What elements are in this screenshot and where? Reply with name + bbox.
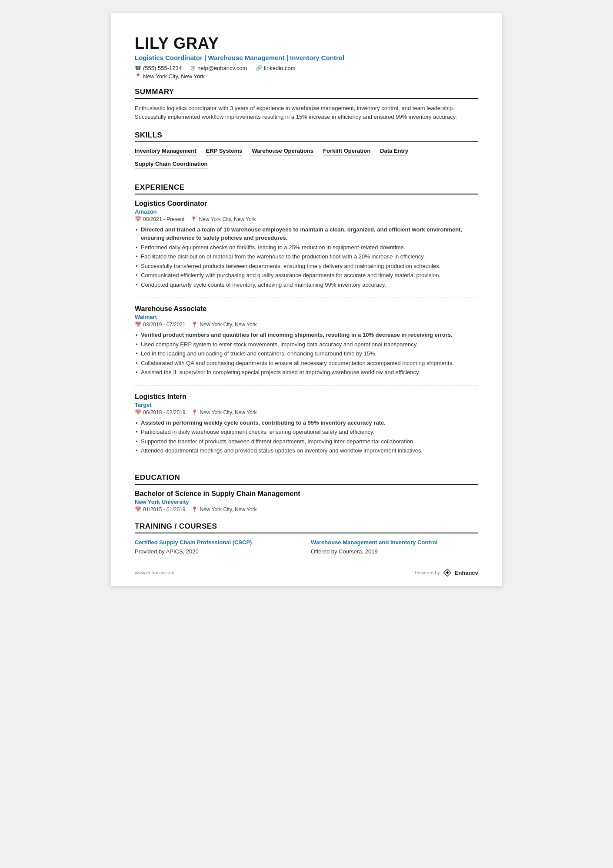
- skills-section: SKILLS Inventory ManagementERP SystemsWa…: [135, 131, 478, 174]
- contact-row: ☎ (555) 555-1234 @ help@enhancv.com 🔗 li…: [135, 65, 478, 71]
- list-item: Communicated efficiently with purchasing…: [135, 271, 478, 280]
- list-item: Supported the transfer of products betwe…: [135, 437, 478, 446]
- candidate-headline: Logistics Coordinator | Warehouse Manage…: [135, 54, 478, 61]
- job-location-item: 📍 New York City, New York: [190, 216, 256, 222]
- training-section: TRAINING / COURSES Certified Supply Chai…: [135, 522, 478, 555]
- linkedin-contact: 🔗 linkedin.com: [256, 65, 295, 71]
- company-name: Target: [135, 402, 478, 408]
- email-icon: @: [190, 65, 196, 71]
- bullet-list: Assisted in performing weekly cycle coun…: [135, 419, 478, 455]
- candidate-name: LILY GRAY: [135, 35, 478, 52]
- training-name: Certified Supply Chain Professional (CSC…: [135, 539, 302, 546]
- experience-item: Logistics InternTarget 📅 06/2018 - 02/20…: [135, 393, 478, 464]
- job-meta: 📅 06/2018 - 02/2019 📍 New York City, New…: [135, 409, 478, 416]
- training-provider: Provided by APICS, 2020: [135, 548, 302, 555]
- powered-by-text: Powered by: [415, 570, 440, 575]
- list-item: Assisted in performing weekly cycle coun…: [135, 419, 478, 427]
- skills-title: SKILLS: [135, 131, 478, 142]
- skill-item: Inventory Management: [135, 147, 197, 156]
- education-location: New York City, New York: [200, 506, 257, 513]
- training-item: Certified Supply Chain Professional (CSC…: [135, 539, 302, 555]
- list-item: Participated in daily warehouse equipmen…: [135, 428, 478, 436]
- training-item: Warehouse Management and Inventory Contr…: [311, 539, 478, 555]
- job-dates: 03/2019 - 07/2021: [143, 322, 185, 328]
- list-item: Assisted the IL supervisor in completing…: [135, 368, 478, 377]
- training-grid: Certified Supply Chain Professional (CSC…: [135, 539, 478, 555]
- experience-item: Warehouse AssociateWalmart 📅 03/2019 - 0…: [135, 305, 478, 386]
- footer-website: www.enhancv.com: [135, 570, 174, 575]
- calendar-icon: 📅: [135, 409, 141, 416]
- experience-section: EXPERIENCE Logistics CoordinatorAmazon 📅…: [135, 183, 478, 464]
- job-title: Warehouse Associate: [135, 305, 478, 313]
- training-title: TRAINING / COURSES: [135, 522, 478, 533]
- bullet-list: Verified product numbers and quantities …: [135, 331, 478, 377]
- training-name: Warehouse Management and Inventory Contr…: [311, 539, 478, 546]
- enhancv-logo-icon: [443, 568, 452, 577]
- education-meta: 📅 01/2015 - 01/2019 📍 New York City, New…: [135, 506, 478, 513]
- calendar-icon: 📅: [135, 322, 141, 328]
- bullet-list: Directed and trained a team of 10 wareho…: [135, 225, 478, 289]
- education-title: EDUCATION: [135, 473, 478, 485]
- list-item: Successfully transferred products betwee…: [135, 262, 478, 271]
- email-contact: @ help@enhancv.com: [190, 65, 247, 71]
- location-text: New York City, New York: [143, 73, 205, 80]
- location-icon-job: 📍: [190, 216, 197, 222]
- skill-item: Data Entry: [380, 147, 408, 156]
- list-item: Used company ERP system to enter stock m…: [135, 340, 478, 349]
- header: LILY GRAY Logistics Coordinator | Wareho…: [135, 35, 478, 80]
- experience-container: Logistics CoordinatorAmazon 📅 08/2021 - …: [135, 200, 478, 464]
- job-dates-item: 📅 06/2018 - 02/2019: [135, 409, 185, 416]
- linkedin-url: linkedin.com: [264, 65, 295, 71]
- skill-item: Warehouse Operations: [252, 147, 313, 156]
- calendar-icon: 📅: [135, 506, 141, 513]
- summary-text: Enthusiastic logistics coordinator with …: [135, 104, 478, 121]
- location-icon-job: 📍: [191, 409, 198, 416]
- skill-item: Supply Chain Coordination: [135, 161, 208, 169]
- education-dates: 01/2015 - 01/2019: [143, 506, 185, 513]
- location-icon-job: 📍: [191, 322, 198, 328]
- location-icon-edu: 📍: [191, 506, 198, 513]
- list-item: Verified product numbers and quantities …: [135, 331, 478, 339]
- education-degree: Bachelor of Science in Supply Chain Mana…: [135, 490, 478, 498]
- phone-icon: ☎: [135, 65, 141, 71]
- job-dates: 08/2021 - Present: [143, 216, 184, 222]
- page-footer: www.enhancv.com Powered by Enhancv: [135, 568, 478, 577]
- linkedin-icon: 🔗: [256, 65, 262, 71]
- education-section: EDUCATION Bachelor of Science in Supply …: [135, 473, 478, 513]
- job-meta: 📅 03/2019 - 07/2021 📍 New York City, New…: [135, 322, 478, 328]
- job-location-item: 📍 New York City, New York: [191, 322, 257, 328]
- job-location-item: 📍 New York City, New York: [191, 409, 257, 416]
- skill-item: Forklift Operation: [323, 147, 370, 156]
- location-row: 📍 New York City, New York: [135, 73, 478, 80]
- job-dates-item: 📅 03/2019 - 07/2021: [135, 322, 185, 328]
- job-location: New York City, New York: [200, 409, 257, 416]
- education-school: New York University: [135, 499, 478, 505]
- summary-section: SUMMARY Enthusiastic logistics coordinat…: [135, 87, 478, 121]
- skills-row: Inventory ManagementERP SystemsWarehouse…: [135, 147, 478, 174]
- phone-contact: ☎ (555) 555-1234: [135, 65, 182, 71]
- job-dates: 06/2018 - 02/2019: [143, 409, 185, 416]
- list-item: Directed and trained a team of 10 wareho…: [135, 225, 478, 242]
- job-location: New York City, New York: [199, 216, 256, 222]
- list-item: Attended departmental meetings and provi…: [135, 446, 478, 455]
- education-location-item: 📍 New York City, New York: [191, 506, 257, 513]
- company-name: Amazon: [135, 208, 478, 215]
- phone-number: (555) 555-1234: [143, 65, 182, 71]
- experience-item: Logistics CoordinatorAmazon 📅 08/2021 - …: [135, 200, 478, 298]
- job-title: Logistics Intern: [135, 393, 478, 401]
- location-icon: 📍: [135, 73, 141, 79]
- company-name: Walmart: [135, 314, 478, 320]
- job-location: New York City, New York: [200, 322, 257, 328]
- resume-page: LILY GRAY Logistics Coordinator | Wareho…: [111, 13, 502, 586]
- list-item: Conducted quarterly cycle counts of inve…: [135, 281, 478, 289]
- email-address: help@enhancv.com: [197, 65, 247, 71]
- summary-title: SUMMARY: [135, 87, 478, 99]
- job-meta: 📅 08/2021 - Present 📍 New York City, New…: [135, 216, 478, 222]
- training-provider: Offered by Coursera, 2019: [311, 548, 478, 555]
- calendar-icon: 📅: [135, 216, 141, 222]
- list-item: Facilitated the distribution of material…: [135, 252, 478, 261]
- skill-item: ERP Systems: [206, 147, 243, 156]
- footer-brand: Powered by Enhancv: [415, 568, 478, 577]
- job-dates-item: 📅 08/2021 - Present: [135, 216, 184, 222]
- list-item: Led in the loading and unloading of truc…: [135, 349, 478, 358]
